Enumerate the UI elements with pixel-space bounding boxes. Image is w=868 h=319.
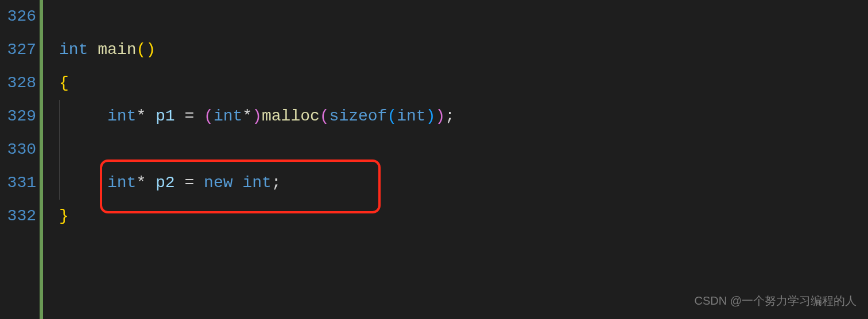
code-content[interactable]: int main() { int* p1 = (int*)malloc(size… <box>43 0 868 319</box>
indent-guide <box>59 166 60 200</box>
indent-guide <box>59 133 60 166</box>
star-op: * <box>136 107 146 125</box>
code-editor[interactable]: 326 327 328 329 330 331 332 int main() {… <box>0 0 868 319</box>
keyword-new: new <box>204 174 232 192</box>
brace-open: { <box>59 74 69 92</box>
identifier-p2: p2 <box>156 174 175 192</box>
function-name: main <box>98 41 136 59</box>
paren-close: ) <box>435 107 445 125</box>
code-line-331[interactable]: int* p2 = new int; <box>59 166 868 200</box>
keyword-int: int <box>107 107 136 125</box>
function-malloc: malloc <box>262 107 320 125</box>
star-op: * <box>136 174 146 192</box>
paren-open: ( <box>387 107 397 125</box>
code-line-326[interactable] <box>59 0 868 33</box>
paren-close: ) <box>252 107 262 125</box>
code-line-332[interactable]: } <box>59 200 868 233</box>
code-line-328[interactable]: { <box>59 67 868 100</box>
indent-guide <box>59 100 60 133</box>
semicolon: ; <box>272 174 281 192</box>
line-number: 331 <box>5 166 36 200</box>
line-number: 332 <box>5 200 36 233</box>
line-number: 329 <box>5 100 36 133</box>
identifier-p1: p1 <box>156 107 175 125</box>
line-number: 326 <box>5 0 36 33</box>
code-line-329[interactable]: int* p1 = (int*)malloc(sizeof(int)); <box>59 100 868 133</box>
paren-open: ( <box>320 107 330 125</box>
code-line-327[interactable]: int main() <box>59 33 868 67</box>
keyword-int: int <box>397 107 425 125</box>
keyword-int: int <box>107 174 136 192</box>
paren-open: ( <box>204 107 214 125</box>
watermark-text: CSDN @一个努力学习编程的人 <box>694 293 857 309</box>
equals-op: = <box>184 107 194 125</box>
code-line-330[interactable] <box>59 133 868 166</box>
line-gutter: 326 327 328 329 330 331 332 <box>0 0 43 319</box>
line-number: 330 <box>5 133 36 166</box>
keyword-sizeof: sizeof <box>330 107 388 125</box>
semicolon: ; <box>445 107 455 125</box>
line-number: 328 <box>5 67 36 100</box>
line-number: 327 <box>5 33 36 67</box>
paren-close: ) <box>146 41 156 59</box>
keyword-int: int <box>242 174 271 192</box>
keyword-int: int <box>59 41 88 59</box>
brace-close: } <box>59 207 69 225</box>
paren-open: ( <box>136 41 146 59</box>
keyword-int: int <box>214 107 242 125</box>
paren-close: ) <box>426 107 436 125</box>
equals-op: = <box>184 174 194 192</box>
star-op: * <box>242 107 252 125</box>
